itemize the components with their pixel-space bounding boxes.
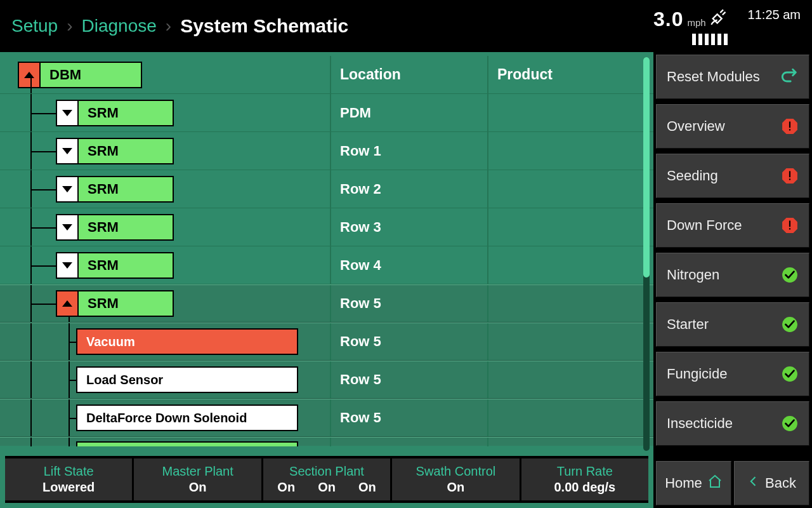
chevron-left-icon	[747, 474, 760, 493]
alert-icon	[781, 117, 799, 135]
node-srm[interactable]: SRM	[79, 176, 174, 203]
status-area: 3.0 mph 11:25 am	[653, 8, 801, 45]
svg-rect-5	[789, 171, 790, 177]
node-dbm[interactable]: DBM	[41, 62, 142, 88]
location-cell: Row 5	[330, 361, 487, 398]
location-cell: Row 1	[330, 132, 487, 170]
back-label: Back	[765, 475, 796, 491]
expand-srm-button[interactable]	[56, 138, 79, 164]
status-label: Section Plant	[289, 464, 364, 479]
location-cell: Row 2	[330, 170, 487, 208]
expand-srm-button[interactable]	[56, 252, 79, 279]
scroll-thumb[interactable]	[643, 57, 650, 277]
leaf-deltaforce-down-solenoid[interactable]: DeltaForce Down Solenoid	[76, 404, 298, 431]
sidebar-item-label: Down Force	[667, 217, 742, 234]
status-value: Lowered	[43, 480, 95, 495]
sidebar-item-overview[interactable]: Overview	[656, 104, 809, 149]
home-icon	[707, 474, 723, 493]
location-cell: Row 5	[330, 323, 487, 360]
schematic-panel: DBM Location Product	[0, 52, 653, 508]
svg-rect-3	[789, 129, 790, 130]
sidebar-item-nitrogen[interactable]: Nitrogen	[656, 253, 809, 297]
leaf-partial[interactable]	[76, 441, 298, 446]
breadcrumb-setup[interactable]: Setup	[11, 16, 58, 36]
sidebar-item-fungicide[interactable]: Fungicide	[656, 352, 809, 396]
node-srm[interactable]: SRM	[79, 100, 174, 126]
leaf-load-sensor[interactable]: Load Sensor	[76, 366, 298, 393]
status-label: Lift State	[44, 464, 94, 479]
node-srm[interactable]: SRM	[79, 290, 174, 317]
sidebar-item-down-force[interactable]: Down Force	[656, 203, 809, 248]
status-master-plant: Master Plant On	[134, 458, 263, 500]
ok-icon	[781, 316, 799, 333]
breadcrumb-sep-icon: ›	[166, 16, 171, 36]
home-button[interactable]: Home	[656, 461, 731, 505]
clock: 11:25 am	[748, 8, 801, 22]
top-bar: Setup › Diagnose › System Schematic 3.0 …	[0, 0, 812, 52]
status-value: On	[189, 480, 207, 495]
sidebar-item-label: Starter	[667, 316, 709, 333]
tree-scrollbar[interactable]	[643, 57, 650, 451]
sidebar-item-starter[interactable]: Starter	[656, 302, 809, 347]
collapse-dbm-button[interactable]	[18, 62, 41, 88]
speed-value: 3.0	[653, 8, 683, 31]
svg-rect-6	[789, 178, 790, 180]
product-cell	[487, 208, 653, 246]
back-button[interactable]: Back	[734, 461, 809, 505]
leaf-vacuum[interactable]: Vacuum	[76, 328, 298, 355]
product-cell	[487, 246, 653, 284]
expand-srm-button[interactable]	[56, 100, 79, 126]
sidebar-item-label: Fungicide	[667, 366, 727, 382]
svg-rect-8	[789, 220, 790, 227]
sidebar-item-label: Overview	[667, 118, 725, 135]
column-header-product: Product	[487, 56, 653, 93]
svg-rect-9	[789, 228, 790, 229]
right-panel: Reset Modules Overview Seeding Down Forc…	[653, 52, 812, 508]
product-cell	[487, 361, 653, 398]
status-value: On	[447, 480, 465, 495]
status-strip: Lift State Lowered Master Plant On Secti…	[5, 456, 648, 503]
sidebar-item-label: Nitrogen	[667, 267, 719, 283]
status-value: On	[358, 480, 376, 495]
status-value: On	[277, 480, 295, 495]
location-cell: Row 4	[330, 246, 487, 284]
sidebar-item-seeding[interactable]: Seeding	[656, 154, 809, 198]
undo-icon	[781, 68, 799, 86]
speed-unit: mph	[687, 17, 705, 28]
location-cell: Row 3	[330, 208, 487, 246]
sidebar-item-insecticide[interactable]: Insecticide	[656, 401, 809, 446]
location-cell: Row 5	[330, 399, 487, 436]
product-cell	[487, 94, 653, 131]
breadcrumb-diagnose[interactable]: Diagnose	[82, 16, 157, 36]
breadcrumb-sep-icon: ›	[67, 16, 72, 36]
signal-bars-icon	[692, 34, 728, 45]
column-header-location: Location	[330, 56, 487, 93]
expand-srm-button[interactable]	[56, 176, 79, 203]
alert-icon	[781, 167, 799, 185]
status-swath-control: Swath Control On	[392, 458, 521, 500]
status-lift-state: Lift State Lowered	[5, 458, 134, 500]
ok-icon	[781, 266, 799, 284]
expand-srm-button[interactable]	[56, 214, 79, 241]
node-srm[interactable]: SRM	[79, 138, 174, 164]
node-srm[interactable]: SRM	[79, 214, 174, 241]
reset-modules-label: Reset Modules	[667, 69, 760, 85]
satellite-icon	[710, 8, 728, 26]
collapse-srm-button[interactable]	[56, 290, 79, 317]
page-title: System Schematic	[180, 15, 348, 37]
svg-rect-2	[789, 121, 790, 128]
satellite-small-icon	[724, 34, 728, 45]
sidebar-item-label: Seeding	[667, 168, 718, 184]
status-label: Master Plant	[162, 464, 233, 479]
product-cell	[487, 285, 653, 322]
status-label: Turn Rate	[557, 464, 613, 479]
node-srm[interactable]: SRM	[79, 252, 174, 279]
product-cell	[487, 132, 653, 170]
location-cell: Row 5	[330, 285, 487, 322]
svg-point-0	[724, 38, 727, 41]
ok-icon	[781, 415, 799, 432]
status-section-plant: Section Plant On On On	[263, 458, 392, 500]
reset-modules-button[interactable]: Reset Modules	[656, 55, 809, 99]
status-value: 0.00 deg/s	[554, 480, 615, 495]
product-cell	[487, 323, 653, 360]
